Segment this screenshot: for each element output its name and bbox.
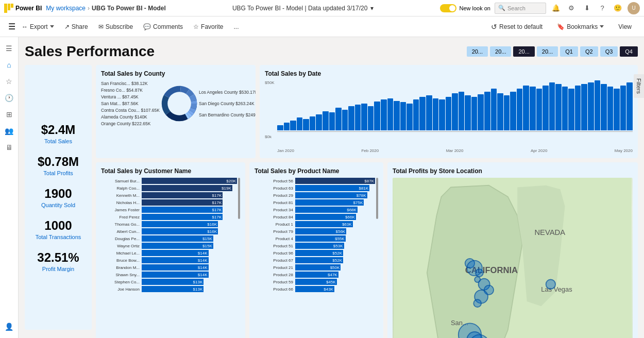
filters-tab[interactable]: Filters [634, 74, 644, 98]
subscribe-button[interactable]: ✉ Subscribe [94, 21, 137, 32]
kpi-profit-margin-value: 32.51% [31, 250, 86, 265]
table-row: Product 34$68K [255, 207, 375, 213]
chevron-down-icon[interactable]: ▾ [370, 5, 374, 12]
date-bar [335, 108, 342, 130]
report-link[interactable]: UBG To Power BI - Model [92, 5, 166, 12]
filter-pill-1[interactable]: 20... [467, 46, 488, 57]
filter-pill-3[interactable]: 20... [513, 46, 534, 57]
axis-apr: Apr 2020 [531, 148, 547, 153]
filter-pill-4[interactable]: 20... [537, 46, 558, 57]
more-label: ... [233, 23, 239, 30]
date-bar [348, 106, 354, 130]
sidebar-item-shared[interactable]: 👥 [2, 124, 16, 138]
date-bar [562, 87, 568, 130]
map-svg: CALIFORNIA NEVADA San... Los... Las Vega… [393, 178, 633, 338]
new-look-label: New look on [459, 5, 490, 11]
table-row: Product 66$43K [255, 286, 375, 292]
bookmarks-label: Bookmarks [567, 23, 598, 30]
date-bar [303, 119, 309, 130]
svg-point-30 [473, 299, 481, 307]
svg-rect-1 [8, 4, 10, 10]
county-sales-title: Total Sales by County [101, 70, 250, 77]
date-bars [277, 80, 633, 132]
filter-pills: 20... 20... 20... 20... Q1 Q2 Q3 Q4 [467, 46, 638, 57]
sidebar: ☰ ⌂ ☆ 🕐 ⊞ 👥 🖥 👤 [0, 37, 19, 338]
help-icon[interactable]: ? [597, 3, 608, 14]
avatar[interactable]: U [628, 2, 640, 14]
svg-rect-0 [4, 4, 7, 13]
date-bar [620, 86, 626, 130]
quarter-pill-q2[interactable]: Q2 [580, 46, 598, 57]
reset-button[interactable]: ↺ Reset to default [487, 21, 547, 33]
sidebar-item-profile[interactable]: 👤 [2, 319, 16, 334]
share-button[interactable]: ↗ Share [60, 21, 92, 32]
sidebar-item-favorites[interactable]: ☆ [2, 74, 16, 89]
date-bar [555, 84, 562, 130]
search-box[interactable]: 🔍 Search [495, 3, 546, 14]
table-row: Ralph Coo...$19K [101, 185, 237, 191]
reset-label: Reset to default [499, 23, 543, 30]
kpi-quantity-sold: 1900 Quantity Sold [31, 187, 86, 208]
download-icon[interactable]: ⬇ [581, 3, 592, 14]
table-row: Bruce Bow...$14K [101, 257, 237, 263]
view-button[interactable]: View [614, 21, 636, 32]
date-bar [497, 93, 503, 130]
right-actions: ↺ Reset to default 🔖 Bookmarks View [487, 21, 636, 33]
notification-icon[interactable]: 🔔 [550, 3, 562, 14]
kpi-quantity-sold-label: Quantity Sold [31, 202, 86, 208]
table-row: Douglas Pe...$15K [101, 235, 237, 242]
date-bar [439, 99, 445, 130]
table-row: Product 96$52K [255, 250, 375, 256]
sidebar-item-apps[interactable]: ⊞ [2, 107, 16, 122]
donut-wrap: San Francisc... $38.12K Fresno Co... $54… [101, 80, 250, 127]
county-label-right-3: San Bernardino County $249.38K [199, 112, 250, 117]
feedback-icon[interactable]: 🙂 [612, 3, 623, 14]
breadcrumb: My workspace › UBG To Power BI - Model [46, 5, 165, 12]
new-look-toggle[interactable]: New look on [440, 4, 490, 12]
sidebar-item-recent[interactable]: 🕐 [2, 91, 16, 105]
quarter-pill-q4[interactable]: Q4 [620, 46, 638, 57]
table-row: Nicholas H...$17K [101, 199, 237, 206]
workspace-link[interactable]: My workspace [46, 5, 86, 12]
quarter-pill-q1[interactable]: Q1 [560, 46, 578, 57]
svg-text:Las Vegas: Las Vegas [541, 285, 572, 293]
date-bar [607, 87, 614, 130]
date-bar [310, 116, 316, 130]
svg-point-13 [167, 92, 191, 115]
svg-point-25 [476, 269, 483, 277]
filter-pill-2[interactable]: 20... [490, 46, 511, 57]
table-row: Product 56$87K [255, 178, 375, 184]
toggle-pill[interactable] [440, 4, 456, 12]
date-bar [316, 114, 322, 130]
more-button[interactable]: ... [229, 21, 243, 32]
donut-labels-right: Los Angeles County $530.17K San Diego Co… [199, 90, 250, 117]
table-row: Kenneth M...$17K [101, 192, 237, 198]
scrollbar[interactable] [238, 178, 240, 219]
bookmarks-button[interactable]: 🔖 Bookmarks [553, 21, 608, 32]
table-row: Product 29$78K [255, 192, 375, 198]
date-bar [517, 89, 523, 130]
date-bar [523, 86, 529, 130]
map-inner: CALIFORNIA NEVADA San... Los... Las Vega… [393, 178, 633, 338]
sidebar-item-menu[interactable]: ☰ [2, 41, 16, 56]
hamburger-menu[interactable]: ☰ [8, 22, 15, 31]
table-row: Product 59$45K [255, 279, 375, 285]
main-content: ☰ ⌂ ☆ 🕐 ⊞ 👥 🖥 👤 Sales Performance 20... … [0, 37, 644, 338]
favorite-button[interactable]: ☆ Favorite [189, 21, 227, 32]
kpi-total-profits-value: $0.78M [31, 155, 86, 169]
sidebar-item-workspaces[interactable]: 🖥 [2, 140, 16, 155]
export-button[interactable]: ↔ Export [18, 21, 58, 32]
kpi-column: $2.4M Total Sales $0.78M Total Profits 1… [25, 65, 92, 330]
settings-icon[interactable]: ⚙ [566, 3, 577, 14]
top-bar: Power BI My workspace › UBG To Power BI … [0, 0, 644, 16]
customer-chart-body: Samuel Bur...$20K Ralph Coo...$19K Kenne… [101, 178, 240, 338]
bottom-charts-row: Total Sales by Customer Name Samuel Bur.… [96, 162, 638, 338]
hamburger-icon[interactable]: ☰ [8, 22, 15, 31]
y-label-bottom: $0k [265, 134, 272, 139]
quarter-pill-q3[interactable]: Q3 [600, 46, 618, 57]
table-row: Product 79$56K [255, 228, 375, 234]
comments-button[interactable]: 💬 Comments [139, 21, 187, 32]
county-label-1: San Francisc... $38.12K [101, 81, 160, 86]
product-scrollbar[interactable] [376, 178, 378, 219]
sidebar-item-home[interactable]: ⌂ [2, 58, 16, 72]
